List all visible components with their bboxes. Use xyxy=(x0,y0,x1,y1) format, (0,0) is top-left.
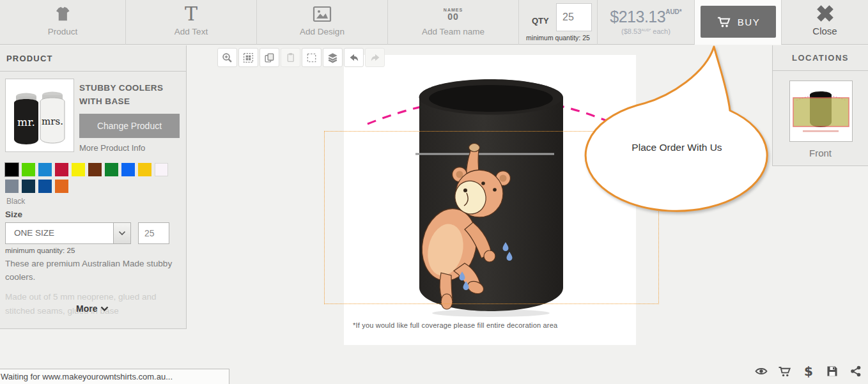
copy-button[interactable] xyxy=(260,48,279,67)
floppy-disk-icon xyxy=(826,365,839,378)
buy-section: BUY xyxy=(695,0,782,45)
zoom-in-button[interactable] xyxy=(217,48,237,67)
tab-product[interactable]: Product xyxy=(0,0,126,45)
paste-button[interactable] xyxy=(281,48,300,67)
cart-button[interactable] xyxy=(778,364,792,378)
size-qty-input[interactable] xyxy=(138,222,169,244)
color-swatch[interactable] xyxy=(22,163,35,176)
product-panel-header: PRODUCT xyxy=(0,45,186,72)
close-label: Close xyxy=(782,26,868,36)
tab-add-team-name[interactable]: NAMES00 Add Team name xyxy=(388,0,519,45)
selected-color-name: Black xyxy=(6,197,25,206)
location-front-label: Front xyxy=(773,148,868,158)
magnifier-plus-icon xyxy=(222,52,233,63)
bottom-action-icons: $ xyxy=(754,364,863,378)
color-swatch[interactable] xyxy=(155,163,168,176)
save-button[interactable] xyxy=(825,364,839,378)
copy-icon xyxy=(264,52,275,63)
buy-button[interactable]: BUY xyxy=(701,6,776,38)
tshirt-icon xyxy=(0,3,125,25)
more-product-info-link[interactable]: More Product Info xyxy=(79,143,145,153)
location-front-thumbnail[interactable] xyxy=(789,81,853,142)
browser-status-bar: Waiting for www.makeyourowntshirts.com.a… xyxy=(0,369,229,384)
preview-button[interactable] xyxy=(754,364,768,378)
canvas-caption: *If you would like full coverage please … xyxy=(353,321,557,329)
pricing-button[interactable]: $ xyxy=(802,364,816,378)
cart-icon xyxy=(778,365,792,378)
undo-button[interactable] xyxy=(344,48,364,67)
buy-label: BUY xyxy=(738,17,760,27)
price-total: $213.13AUD* xyxy=(598,8,694,26)
speech-bubble-text: Place Order With Us xyxy=(613,142,741,153)
layers-button[interactable] xyxy=(323,48,343,67)
price-section: $213.13AUD* ($8.53AUD* each) xyxy=(598,0,695,45)
product-description: These are premium Australian Made stubby… xyxy=(5,257,182,284)
layers-icon xyxy=(327,52,338,63)
redo-icon xyxy=(369,52,381,63)
close-button[interactable]: Close xyxy=(782,0,868,45)
tab-add-design[interactable]: Add Design xyxy=(257,0,388,45)
marquee-button[interactable] xyxy=(302,48,322,67)
color-swatch[interactable] xyxy=(5,180,19,193)
share-icon xyxy=(849,365,862,378)
more-link[interactable]: More xyxy=(76,303,109,314)
eye-icon xyxy=(754,365,768,378)
size-select-value: ONE SIZE xyxy=(14,228,54,238)
price-currency: AUD* xyxy=(665,8,682,15)
product-panel: PRODUCT mr. mrs. STUBBY COOLERS WITH BAS… xyxy=(0,45,187,329)
size-min-note: minimum quantity: 25 xyxy=(5,247,75,254)
top-toolbar: Product T Add Text Add Design NAMES00 Ad… xyxy=(0,0,868,45)
color-swatch[interactable] xyxy=(38,163,52,176)
color-swatch[interactable] xyxy=(55,180,68,193)
text-icon: T xyxy=(126,3,256,25)
dashed-rectangle-icon xyxy=(306,52,317,63)
tab-add-team-name-label: Add Team name xyxy=(388,27,518,36)
svg-text:mrs.: mrs. xyxy=(42,116,63,127)
image-icon xyxy=(257,3,387,25)
qty-min-note: minimum quantity: 25 xyxy=(519,34,597,42)
color-swatches xyxy=(5,163,178,193)
redo-button[interactable] xyxy=(365,48,385,67)
color-swatch[interactable] xyxy=(22,180,35,193)
color-swatch[interactable] xyxy=(38,180,52,193)
qty-label: QTY xyxy=(532,16,549,26)
size-select[interactable]: ONE SIZE xyxy=(5,222,131,244)
price-each: ($8.53AUD* each) xyxy=(598,27,694,35)
canvas-toolbar xyxy=(217,48,385,67)
paste-icon xyxy=(285,52,296,63)
share-button[interactable] xyxy=(849,364,863,378)
change-product-button[interactable]: Change Product xyxy=(79,114,180,138)
color-swatch[interactable] xyxy=(105,163,118,176)
tab-product-label: Product xyxy=(0,27,125,36)
color-swatch[interactable] xyxy=(88,163,102,176)
close-icon xyxy=(782,3,868,24)
qty-input[interactable] xyxy=(556,3,592,31)
undo-icon xyxy=(348,52,360,63)
select-all-button[interactable] xyxy=(238,48,258,67)
locations-header: LOCATIONS xyxy=(773,45,868,71)
color-swatch[interactable] xyxy=(138,163,151,176)
locations-panel: LOCATIONS Front xyxy=(772,45,868,166)
grid-select-icon xyxy=(243,52,254,63)
team-names-icon: NAMES00 xyxy=(388,3,518,25)
decoration-area xyxy=(324,131,659,304)
tab-add-text[interactable]: T Add Text xyxy=(126,0,257,45)
color-swatch[interactable] xyxy=(5,163,19,176)
qty-section: QTY minimum quantity: 25 xyxy=(519,0,598,45)
cart-icon xyxy=(717,15,732,28)
tab-add-text-label: Add Text xyxy=(126,27,256,36)
tab-add-design-label: Add Design xyxy=(257,27,387,36)
color-swatch[interactable] xyxy=(121,163,135,176)
chevron-down-icon xyxy=(100,306,109,312)
chevron-down-icon xyxy=(113,223,130,243)
color-swatch[interactable] xyxy=(55,163,68,176)
dollar-icon: $ xyxy=(804,364,813,379)
color-swatch[interactable] xyxy=(72,163,85,176)
product-thumbnail[interactable]: mr. mrs. xyxy=(5,79,74,152)
size-label: Size xyxy=(5,210,22,219)
svg-text:mr.: mr. xyxy=(17,116,35,128)
product-title: STUBBY COOLERS WITH BASE xyxy=(79,81,163,108)
